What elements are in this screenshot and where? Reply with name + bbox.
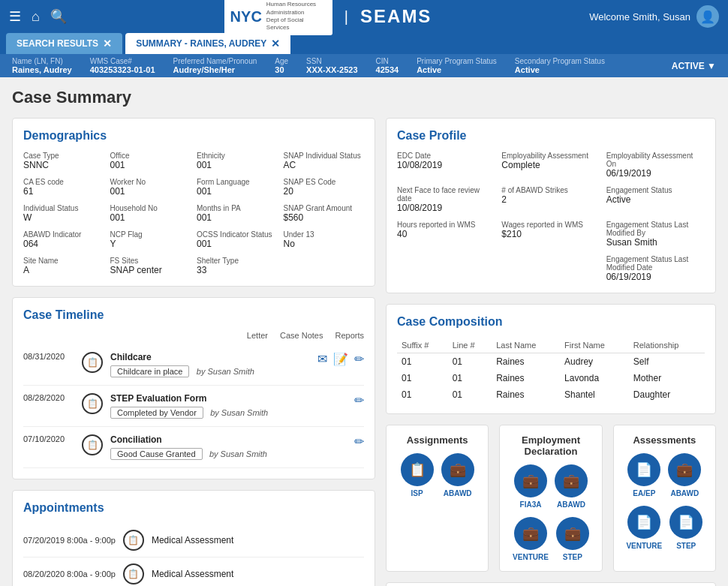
profile-label: Wages reported in WMS <box>501 221 600 229</box>
bottom-actions-card: 🖥 TRAINING HISTORY 📄 CREATE 700D ⊞ SPECI… <box>386 582 716 586</box>
assign-icon-item[interactable]: 💼 ABAWD <box>441 453 474 498</box>
profile-value: 40 <box>397 229 495 239</box>
demo-value: A <box>23 265 104 275</box>
panel-left: Demographics Case TypeSNNCOffice001Ethni… <box>12 118 375 586</box>
demo-item: ABAWD Indicator064 <box>23 230 104 249</box>
assign-item-label: VENTURE <box>626 542 662 551</box>
employment-icons: 💼 FIA3A 💼 ABAWD 💼 VENTURE 💼 STEP <box>509 464 592 562</box>
profile-label: EDC Date <box>397 152 495 160</box>
profile-label: Engagement Status <box>606 186 705 194</box>
demo-label: Form Language <box>197 178 278 186</box>
secondary-label: Secondary Program Status <box>515 57 605 65</box>
case-profile-card: Case Profile EDC Date10/08/2019Employabi… <box>386 118 716 293</box>
age-item: Age 30 <box>275 57 288 74</box>
primary-value: Active <box>417 65 497 74</box>
demo-item <box>284 257 365 275</box>
assign-icon-item[interactable]: 📄 EA/EP <box>627 453 660 498</box>
assessments-card: Assessments 📄 EA/EP 💼 ABAWD 📄 VENTURE 📄 … <box>613 425 716 572</box>
assign-icon-item[interactable]: 💼 FIA3A <box>514 464 547 509</box>
comp-col-header: First Name <box>560 338 629 353</box>
comp-cell: Self <box>629 353 705 371</box>
assign-icon-item[interactable]: 💼 VENTURE <box>513 517 549 562</box>
search-icon[interactable]: 🔍 <box>50 8 67 25</box>
main-content: Case Summary Demographics Case TypeSNNCO… <box>0 77 728 586</box>
demo-item: Form Language001 <box>197 178 278 197</box>
search-tab-close[interactable]: ✕ <box>103 38 112 50</box>
demo-value: 064 <box>23 239 104 249</box>
cin-label: CIN <box>376 57 399 65</box>
profile-item: Engagement Status Last Modified Date06/1… <box>606 255 705 282</box>
assign-icon-item[interactable]: 💼 ABAWD <box>668 453 701 498</box>
top-navigation: ☰ ⌂ 🔍 NYC Human ResourcesAdministrationD… <box>0 0 728 33</box>
hra-text: Human ResourcesAdministrationDept of Soc… <box>266 1 326 32</box>
demographics-title: Demographics <box>23 129 364 143</box>
notes-icon[interactable]: 📝 <box>333 352 348 366</box>
assessments-icons: 📄 EA/EP 💼 ABAWD 📄 VENTURE 📄 STEP <box>623 453 706 551</box>
cin-value: 42534 <box>376 65 399 74</box>
demo-value: 61 <box>23 186 104 197</box>
demo-value: 001 <box>197 160 278 170</box>
report-icon[interactable]: ✏ <box>354 352 364 366</box>
demo-value: 001 <box>110 212 191 223</box>
timeline-details: Conciliation Good Cause Granted by Susan… <box>110 434 347 460</box>
profile-item: Employability Assessment On06/19/2019 <box>606 152 705 179</box>
wms-label: WMS Case# <box>90 57 155 65</box>
timeline-node-icon: 📋 <box>82 393 103 414</box>
comp-cell: Audrey <box>560 353 629 371</box>
demo-label: Site Name <box>23 257 104 265</box>
assign-icon-item[interactable]: 📄 VENTURE <box>626 506 662 551</box>
demo-item: Shelter Type33 <box>197 257 278 275</box>
patient-name-item: Name (LN, FN) Raines, Audrey <box>12 57 72 74</box>
demo-value: Y <box>110 239 191 249</box>
demo-label: Ethnicity <box>197 152 278 160</box>
assignments-row: Assignments 📋 ISP 💼 ABAWD Employment Dec… <box>386 425 716 572</box>
age-value: 30 <box>275 65 288 74</box>
timeline-actions: ✉📝✏ <box>317 352 364 366</box>
timeline-date: 08/31/2020 <box>23 352 74 361</box>
cin-item: CIN 42534 <box>376 57 399 74</box>
primary-status-item: Primary Program Status Active <box>417 57 497 74</box>
profile-label: Engagement Status Last Modified By <box>606 221 705 237</box>
report-icon[interactable]: ✏ <box>354 393 364 407</box>
profile-value: 06/19/2019 <box>606 272 705 282</box>
tab-search-results[interactable]: SEARCH RESULTS ✕ <box>6 33 122 54</box>
menu-icon[interactable]: ☰ <box>9 8 21 25</box>
timeline-by: by Susan Smith <box>197 367 254 376</box>
demo-label: CA ES code <box>23 178 104 186</box>
assign-icon-item[interactable]: 💼 STEP <box>556 517 589 562</box>
assign-icon-item[interactable]: 📋 ISP <box>401 453 434 498</box>
search-tab-label: SEARCH RESULTS <box>17 38 98 49</box>
wms-item: WMS Case# 403253323-01-01 <box>90 57 155 74</box>
tab-summary[interactable]: SUMMARY - RAINES, AUDREY ✕ <box>125 33 290 54</box>
demo-item: Case TypeSNNC <box>23 152 104 170</box>
page-title: Case Summary <box>12 88 716 107</box>
appt-time: 08/20/2020 8:00a - 9:00p <box>23 569 116 578</box>
profile-value: Complete <box>501 160 600 170</box>
profile-value: $210 <box>501 229 600 239</box>
assign-item-label: STEP <box>676 542 696 551</box>
demo-item: Household No001 <box>110 204 191 223</box>
demo-value: 001 <box>197 239 278 249</box>
comp-cell: Raines <box>492 370 560 386</box>
comp-col-header: Line # <box>448 338 492 353</box>
panels-row: Demographics Case TypeSNNCOffice001Ethni… <box>12 118 716 586</box>
comp-cell: 01 <box>448 353 492 371</box>
demo-item: SNAP Grant Amount$560 <box>284 204 365 223</box>
timeline-item-title: STEP Evaluation Form <box>110 393 347 404</box>
home-icon[interactable]: ⌂ <box>32 9 40 25</box>
profile-item: Engagement StatusActive <box>606 186 705 213</box>
timeline-badge: Completed by Vendor <box>110 407 203 419</box>
profile-label: Engagement Status Last Modified Date <box>606 255 705 272</box>
demo-item: Worker No001 <box>110 178 191 197</box>
timeline-item: 07/10/2020 📋 Conciliation Good Cause Gra… <box>23 427 364 468</box>
profile-label: Employability Assessment On <box>606 152 705 168</box>
seams-title: SEAMS <box>360 6 432 27</box>
comp-cell: 01 <box>397 353 448 371</box>
user-avatar[interactable]: 👤 <box>696 5 719 28</box>
assign-icon-item[interactable]: 💼 ABAWD <box>555 464 588 509</box>
report-icon[interactable]: ✏ <box>354 434 364 449</box>
summary-tab-close[interactable]: ✕ <box>271 38 280 50</box>
assign-icon-item[interactable]: 📄 STEP <box>669 506 702 551</box>
letter-icon[interactable]: ✉ <box>317 352 327 366</box>
demo-item: SNAP ES Code20 <box>284 178 365 197</box>
